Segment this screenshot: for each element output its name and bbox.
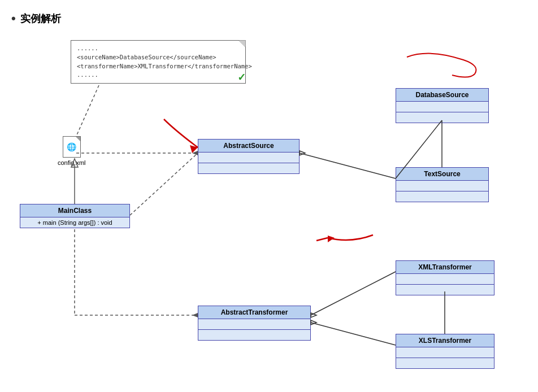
config-note: ...... <sourceName>DatabaseSource</sourc… [71, 40, 246, 84]
xmltransformer-row2 [396, 285, 494, 295]
config-line1: <sourceName>DatabaseSource</sourceName> [77, 53, 240, 62]
textsource-row2 [396, 191, 488, 202]
checkmark: ✓ [237, 71, 246, 84]
svg-marker-15 [311, 320, 316, 325]
abstracttransformer-header: AbstractTransformer [198, 306, 310, 319]
config-line3: ...... [77, 71, 240, 80]
svg-marker-6 [192, 313, 198, 317]
page-container: • 实例解析 ...... <sourceName>DatabaseSource… [0, 0, 538, 392]
section-title: • 实例解析 [11, 11, 527, 26]
uml-box-xmltransformer: XMLTransformer [396, 260, 494, 295]
config-line0: ...... [77, 44, 240, 53]
xmltransformer-header: XMLTransformer [396, 261, 494, 274]
databasesource-row1 [396, 102, 488, 112]
uml-box-databasesource: DatabaseSource [396, 88, 489, 123]
svg-line-14 [311, 323, 396, 345]
diagram-area: ...... <sourceName>DatabaseSource</sourc… [11, 34, 527, 390]
abstractsource-row2 [198, 163, 299, 173]
textsource-header: TextSource [396, 168, 488, 181]
uml-box-mainclass: MainClass + main (String args[]) : void [20, 204, 130, 228]
title-text: 实例解析 [20, 12, 61, 25]
xlstransformer-row1 [396, 347, 494, 358]
file-icon-image: 🌐 [63, 136, 81, 158]
abstracttransformer-row1 [198, 319, 310, 330]
file-label: config.xml [58, 159, 86, 166]
xmltransformer-row1 [396, 274, 494, 285]
uml-box-abstracttransformer: AbstractTransformer [198, 306, 311, 341]
databasesource-row2 [396, 112, 488, 123]
uml-box-textsource: TextSource [396, 167, 489, 202]
textsource-row1 [396, 181, 488, 191]
xlstransformer-row2 [396, 358, 494, 368]
mainclass-header: MainClass [20, 204, 129, 217]
svg-marker-19 [328, 236, 335, 242]
abstractsource-header: AbstractSource [198, 140, 299, 153]
svg-marker-17 [311, 313, 316, 317]
abstracttransformer-row2 [198, 330, 310, 340]
svg-marker-11 [300, 151, 305, 155]
uml-box-xlstransformer: XLSTransformer [396, 334, 494, 369]
abstractsource-row1 [198, 153, 299, 163]
databasesource-header: DatabaseSource [396, 89, 488, 102]
bullet: • [11, 11, 16, 26]
mainclass-row1: + main (String args[]) : void [20, 217, 129, 228]
svg-line-3 [130, 153, 198, 215]
config-line2: <transformerName>XMLTransformer</transfo… [77, 62, 240, 71]
svg-marker-2 [192, 151, 198, 155]
svg-marker-18 [190, 145, 198, 153]
svg-line-0 [76, 85, 99, 136]
file-icon-config: 🌐 config.xml [58, 136, 86, 166]
svg-line-16 [311, 272, 396, 315]
svg-line-10 [300, 153, 396, 178]
uml-box-abstractsource: AbstractSource [198, 139, 300, 174]
globe-icon: 🌐 [67, 142, 76, 151]
xlstransformer-header: XLSTransformer [396, 334, 494, 347]
